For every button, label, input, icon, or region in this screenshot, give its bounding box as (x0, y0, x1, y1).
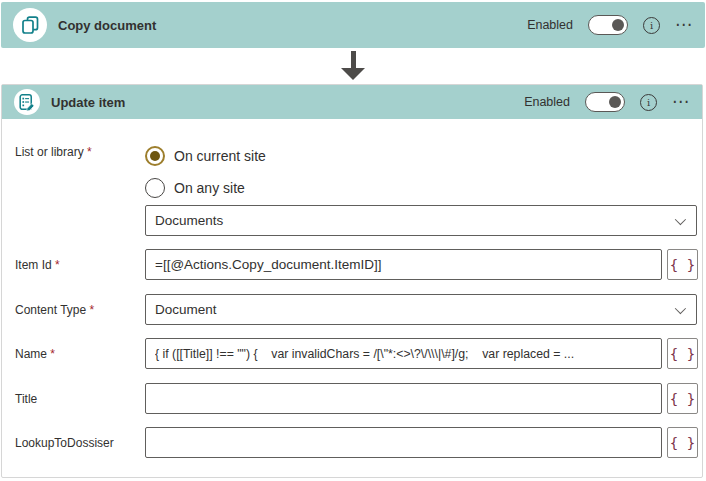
title-label: Title (15, 392, 37, 406)
lookup-to-dossiser-input[interactable] (145, 427, 662, 458)
more-options-icon[interactable]: ⋯ (675, 20, 693, 30)
content-type-dropdown-value: Document (155, 302, 217, 317)
copy-card-header-right: Enabled i ⋯ (527, 15, 693, 35)
lookup-to-dossiser-label: LookupToDossiser (15, 436, 114, 450)
copy-document-icon (13, 8, 47, 42)
update-card-title: Update item (51, 95, 125, 110)
label-text: Title (15, 392, 37, 406)
chevron-down-icon (675, 303, 686, 314)
label-text: Item Id (15, 258, 52, 272)
more-options-icon[interactable]: ⋯ (672, 97, 690, 107)
required-asterisk: * (55, 258, 60, 272)
radio-on-current-site[interactable]: On current site (145, 146, 266, 166)
radio-on-any-site[interactable]: On any site (145, 178, 245, 198)
required-asterisk: * (50, 347, 55, 361)
name-label: Name * (15, 347, 55, 361)
label-text: Content Type (15, 303, 86, 317)
label-text: LookupToDossiser (15, 436, 114, 450)
dynamic-content-button[interactable]: { } (667, 249, 698, 280)
name-input[interactable] (145, 338, 662, 369)
radio-unselected-icon (145, 178, 165, 198)
content-type-dropdown[interactable]: Document (145, 294, 697, 325)
radio-label: On any site (174, 180, 245, 196)
info-icon[interactable]: i (640, 94, 657, 111)
update-card-header[interactable]: Update item Enabled i ⋯ (2, 85, 702, 119)
update-item-icon (14, 89, 40, 115)
dynamic-content-button[interactable]: { } (667, 338, 698, 369)
chevron-down-icon (675, 214, 686, 225)
update-enabled-label: Enabled (524, 95, 570, 109)
list-or-library-label: List or library * (15, 145, 92, 159)
workflow-canvas: Copy document Enabled i ⋯ (0, 0, 706, 481)
copy-card-title: Copy document (58, 18, 156, 33)
radio-selected-icon (145, 146, 165, 166)
label-text: List or library (15, 145, 84, 159)
update-card-header-left: Update item (14, 89, 125, 115)
action-card-copy-document[interactable]: Copy document Enabled i ⋯ (1, 2, 705, 48)
label-text: Name (15, 347, 47, 361)
dynamic-content-button[interactable]: { } (667, 427, 698, 458)
dynamic-content-button[interactable]: { } (667, 383, 698, 414)
copy-enabled-toggle[interactable] (588, 15, 628, 35)
item-id-label: Item Id * (15, 258, 60, 272)
title-input[interactable] (145, 383, 662, 414)
library-dropdown[interactable]: Documents (145, 205, 697, 236)
required-asterisk: * (87, 145, 92, 159)
content-type-label: Content Type * (15, 303, 94, 317)
copy-card-header-left: Copy document (13, 8, 156, 42)
action-card-update-item: Update item Enabled i ⋯ List or library … (1, 84, 703, 478)
item-id-input[interactable] (145, 249, 662, 280)
copy-enabled-label: Enabled (527, 18, 573, 32)
info-icon[interactable]: i (643, 17, 660, 34)
required-asterisk: * (90, 303, 95, 317)
toggle-knob (609, 96, 621, 108)
update-card-header-right: Enabled i ⋯ (524, 92, 690, 112)
library-dropdown-value: Documents (155, 213, 223, 228)
update-enabled-toggle[interactable] (585, 92, 625, 112)
connector-arrow-down-icon (341, 51, 365, 80)
radio-label: On current site (174, 148, 266, 164)
toggle-knob (612, 19, 624, 31)
